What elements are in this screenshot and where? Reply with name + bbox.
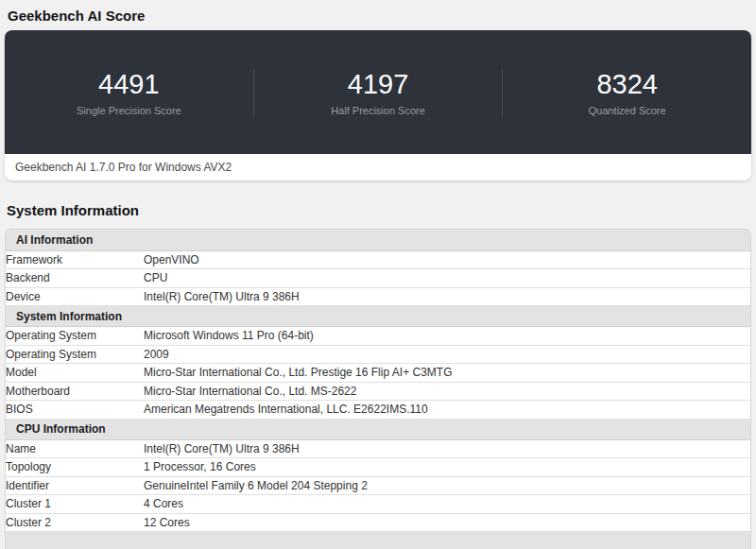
score-panel: 4491 Single Precision Score 4197 Half Pr… bbox=[5, 30, 751, 154]
row-value: 2009 bbox=[144, 345, 750, 364]
half-precision-score-label: Half Precision Score bbox=[331, 105, 425, 116]
table-row: Name Intel(R) Core(TM) Ultra 9 386H bbox=[6, 439, 750, 458]
table-row: Cluster 1 4 Cores bbox=[6, 495, 750, 514]
row-label: Topology bbox=[6, 458, 144, 477]
row-label: Name bbox=[6, 439, 144, 458]
table-row: Operating System Microsoft Windows 11 Pr… bbox=[6, 327, 750, 346]
section-header-label: AI Information bbox=[6, 230, 750, 250]
table-row: Motherboard Micro-Star International Co.… bbox=[6, 382, 750, 401]
row-label: Motherboard bbox=[6, 382, 144, 401]
table-section-header: CPU Information bbox=[6, 419, 750, 439]
row-value: OpenVINO bbox=[144, 250, 750, 269]
row-value: GenuineIntel Family 6 Model 204 Stepping… bbox=[144, 476, 750, 495]
row-value: 1 Processor, 16 Cores bbox=[144, 458, 750, 477]
row-value: American Megatrends International, LLC. … bbox=[144, 401, 750, 420]
score-quantized: 8324 Quantized Score bbox=[503, 30, 751, 154]
row-label: Backend bbox=[6, 269, 144, 288]
single-precision-score-value: 4491 bbox=[98, 70, 160, 98]
table-row: BIOS American Megatrends International, … bbox=[6, 401, 750, 420]
row-label: Identifier bbox=[6, 476, 144, 495]
partial-next-section-header bbox=[5, 532, 751, 549]
row-value: Microsoft Windows 11 Pro (64-bit) bbox=[144, 327, 750, 346]
table-row: Framework OpenVINO bbox=[6, 250, 750, 269]
score-half-precision: 4197 Half Precision Score bbox=[254, 30, 503, 154]
row-value: Micro-Star International Co., Ltd. MS-26… bbox=[144, 382, 750, 401]
row-value: Micro-Star International Co., Ltd. Prest… bbox=[144, 364, 750, 383]
section-header-label: CPU Information bbox=[6, 419, 750, 439]
row-label: BIOS bbox=[6, 401, 144, 420]
row-label: Cluster 2 bbox=[6, 513, 144, 532]
row-label: Device bbox=[6, 287, 144, 306]
half-precision-score-value: 4197 bbox=[348, 70, 409, 98]
table-row: Model Micro-Star International Co., Ltd.… bbox=[6, 364, 750, 383]
row-value: Intel(R) Core(TM) Ultra 9 386H bbox=[144, 287, 750, 306]
score-single-precision: 4491 Single Precision Score bbox=[5, 30, 253, 154]
row-value: 12 Cores bbox=[144, 513, 750, 532]
table-row: Device Intel(R) Core(TM) Ultra 9 386H bbox=[6, 287, 750, 306]
geekbench-result-page: { "page": { "title": "Geekbench AI Score… bbox=[0, 0, 756, 549]
system-information-heading: System Information bbox=[0, 202, 756, 219]
row-label: Operating System bbox=[6, 345, 144, 364]
row-label: Model bbox=[6, 364, 144, 383]
table-row: Operating System 2009 bbox=[6, 345, 750, 364]
page-title: Geekbench AI Score bbox=[0, 0, 756, 30]
section-header-label: System Information bbox=[6, 306, 750, 327]
table-row: Identifier GenuineIntel Family 6 Model 2… bbox=[6, 476, 750, 495]
benchmark-version-caption: Geekbench AI 1.7.0 Pro for Windows AVX2 bbox=[5, 154, 751, 180]
quantized-score-value: 8324 bbox=[596, 70, 658, 98]
system-information-table: AI Information Framework OpenVINO Backen… bbox=[5, 229, 751, 532]
table-row: Topology 1 Processor, 16 Cores bbox=[6, 458, 750, 477]
row-value: 4 Cores bbox=[144, 495, 750, 514]
single-precision-score-label: Single Precision Score bbox=[77, 105, 181, 116]
table-row: Backend CPU bbox=[6, 269, 750, 288]
table-section-header: System Information bbox=[6, 306, 750, 327]
row-label: Cluster 1 bbox=[6, 495, 144, 514]
row-label: Framework bbox=[6, 250, 144, 269]
row-value: CPU bbox=[144, 269, 750, 288]
row-label: Operating System bbox=[6, 327, 144, 346]
quantized-score-label: Quantized Score bbox=[589, 105, 666, 116]
table-section-header: AI Information bbox=[6, 230, 750, 250]
row-value: Intel(R) Core(TM) Ultra 9 386H bbox=[144, 439, 750, 458]
score-card: 4491 Single Precision Score 4197 Half Pr… bbox=[5, 30, 751, 180]
table-row: Cluster 2 12 Cores bbox=[6, 513, 750, 532]
